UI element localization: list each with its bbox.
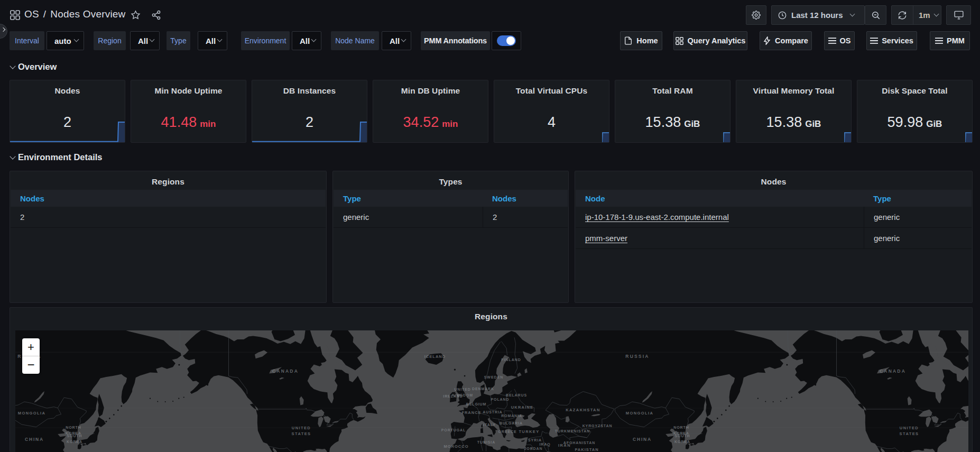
svg-text:PORTUGAL: PORTUGAL: [441, 428, 466, 432]
svg-text:FRANCE: FRANCE: [461, 410, 481, 415]
svg-text:BELGIUM: BELGIUM: [466, 402, 487, 406]
svg-text:CHINA: CHINA: [633, 437, 652, 442]
svg-text:TUNISIA: TUNISIA: [477, 440, 495, 444]
svg-text:MONGOLIA: MONGOLIA: [626, 411, 653, 416]
svg-text:MOROCCO: MOROCCO: [444, 444, 469, 449]
svg-text:SWEDEN: SWEDEN: [484, 375, 504, 379]
svg-text:CHINA: CHINA: [25, 437, 44, 442]
svg-text:UKRAINE: UKRAINE: [511, 405, 534, 410]
svg-text:AUSTRIA: AUSTRIA: [483, 410, 502, 414]
svg-text:ITALY: ITALY: [483, 423, 496, 427]
svg-text:CANADA: CANADA: [272, 368, 299, 374]
svg-text:ROMANIA: ROMANIA: [501, 414, 522, 418]
svg-text:MONGOLIA: MONGOLIA: [18, 411, 45, 416]
svg-text:GREECE: GREECE: [498, 430, 517, 433]
svg-text:IRELAND: IRELAND: [443, 394, 463, 398]
svg-text:FINLAND: FINLAND: [501, 358, 521, 362]
svg-text:BELARUS: BELARUS: [506, 393, 527, 397]
svg-text:JORDAN: JORDAN: [524, 447, 543, 450]
svg-text:IRAQ: IRAQ: [539, 442, 550, 447]
svg-text:KAZAKHSTAN: KAZAKHSTAN: [566, 408, 600, 412]
svg-text:SYRIA: SYRIA: [528, 438, 542, 442]
svg-text:RUSSIA: RUSSIA: [625, 354, 649, 359]
svg-text:KYRGYZSTAN: KYRGYZSTAN: [583, 424, 613, 428]
svg-text:CANADA: CANADA: [880, 368, 906, 374]
svg-text:ICELAND: ICELAND: [424, 354, 446, 359]
svg-text:DENMARK: DENMARK: [472, 387, 494, 391]
svg-text:TURKEY: TURKEY: [519, 429, 539, 434]
svg-text:POLAND: POLAND: [491, 398, 510, 401]
svg-text:PAKISTAN: PAKISTAN: [575, 447, 598, 452]
svg-text:AFGHANISTAN: AFGHANISTAN: [563, 441, 595, 445]
svg-text:BULGARIA: BULGARIA: [500, 421, 523, 425]
svg-text:TURKMENISTAN: TURKMENISTAN: [555, 429, 590, 433]
